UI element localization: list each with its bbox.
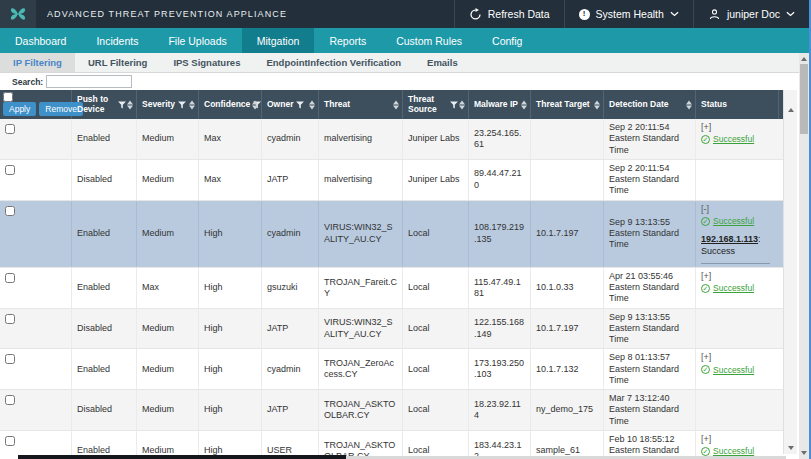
table-body: EnabledMediumMaxcyadminmalvertisingJunip… <box>0 119 783 459</box>
sort-icon[interactable] <box>594 100 600 109</box>
sort-icon[interactable] <box>686 100 692 109</box>
select-all-checkbox[interactable] <box>3 92 13 102</box>
sort-icon[interactable] <box>127 100 133 109</box>
cell-source: Local <box>403 268 469 308</box>
nav-item-incidents[interactable]: Incidents <box>81 28 153 53</box>
column-header-push-to-device[interactable]: Push to Device <box>72 90 137 119</box>
expand-toggle[interactable]: [-] <box>701 204 774 215</box>
column-header-confidence[interactable]: Confidence <box>199 90 262 119</box>
column-header-malware-ip[interactable]: Malware IP <box>469 90 531 119</box>
expand-toggle[interactable]: [+] <box>701 122 774 133</box>
sort-icon[interactable] <box>459 100 465 109</box>
tab-ips-signatures[interactable]: IPS Signatures <box>160 53 253 72</box>
row-checkbox[interactable] <box>5 436 15 446</box>
column-header-threat-source[interactable]: Threat Source <box>403 90 469 119</box>
cell-threat: VIRUS:WIN32_SALITY_AU.CY <box>319 201 403 267</box>
cell-push: Enabled <box>72 268 137 308</box>
status-link[interactable]: Successful <box>713 283 754 294</box>
nav-item-dashboard[interactable]: Dashboard <box>0 28 81 53</box>
tab-url-filtering[interactable]: URL Filtering <box>75 53 160 72</box>
scroll-down-icon[interactable] <box>801 451 807 455</box>
table-row[interactable]: EnabledMediumMaxcyadminmalvertisingJunip… <box>0 119 783 160</box>
column-header-detection-date[interactable]: Detection Date <box>604 90 696 119</box>
nav-item-file-uploads[interactable]: File Uploads <box>153 28 241 53</box>
cell-source: Juniper Labs <box>403 119 469 159</box>
nav-item-config[interactable]: Config <box>477 28 537 53</box>
sort-icon[interactable] <box>189 100 195 109</box>
filter-icon[interactable] <box>118 101 126 109</box>
expand-toggle[interactable]: [+] <box>701 352 774 363</box>
scroll-up-icon[interactable] <box>788 108 794 112</box>
row-checkbox[interactable] <box>5 395 15 405</box>
cell-severity: Medium <box>137 160 199 200</box>
scrollbar-thumb[interactable] <box>800 64 808 134</box>
row-select-cell <box>0 160 72 200</box>
filter-icon[interactable] <box>296 101 304 109</box>
cell-threat: VIRUS:WIN32_SALITY_AU.CY <box>319 309 403 349</box>
status-link[interactable]: Successful <box>713 216 754 227</box>
tab-emails[interactable]: Emails <box>414 53 471 72</box>
sort-icon[interactable] <box>521 100 527 109</box>
expand-toggle[interactable]: [+] <box>701 271 774 282</box>
cell-target <box>531 119 604 159</box>
table-row[interactable]: EnabledMaxHighgsuzukiTROJAN_Fareit.CYLoc… <box>0 268 783 309</box>
apply-button[interactable]: Apply <box>3 102 36 116</box>
table-row[interactable]: EnabledMediumHighcyadminTROJAN_ZeroAcces… <box>0 349 783 390</box>
nav-item-reports[interactable]: Reports <box>314 28 381 53</box>
cell-severity: Max <box>137 268 199 308</box>
cell-owner: JATP <box>262 160 319 200</box>
sort-icon[interactable] <box>252 100 258 109</box>
cell-status: [+]✓Successful <box>696 431 779 459</box>
nav-item-mitgation[interactable]: Mitgation <box>242 28 315 53</box>
cell-severity: Medium <box>137 201 199 267</box>
cell-date: Mar 7 13:12:40 Eastern Standard Time <box>604 390 696 430</box>
row-checkbox[interactable] <box>5 124 15 134</box>
cell-severity: Medium <box>137 309 199 349</box>
sort-icon[interactable] <box>309 100 315 109</box>
cell-malware-ip: 122.155.168.149 <box>469 309 531 349</box>
cell-owner: JATP <box>262 309 319 349</box>
tab-ip-filtering[interactable]: IP Filtering <box>0 53 75 72</box>
scroll-down-icon[interactable] <box>788 446 794 450</box>
filter-icon[interactable] <box>178 101 186 109</box>
cell-severity: Medium <box>137 349 199 389</box>
column-header-threat-target[interactable]: Threat Target <box>531 90 604 119</box>
table-row[interactable]: DisabledMediumHighJATPTROJAN_ASKTOOLBAR.… <box>0 390 783 431</box>
scroll-up-icon[interactable] <box>801 57 807 61</box>
nav-item-custom-rules[interactable]: Custom Rules <box>381 28 477 53</box>
row-select-cell <box>0 268 72 308</box>
status-link[interactable]: Successful <box>713 134 754 145</box>
cell-malware-ip: 18.23.92.114 <box>469 390 531 430</box>
row-checkbox[interactable] <box>5 165 15 175</box>
table-row[interactable]: EnabledMediumHighcyadminVIRUS:WIN32_SALI… <box>0 201 783 268</box>
cell-push: Enabled <box>72 349 137 389</box>
table-scrollbar[interactable] <box>783 90 797 454</box>
sort-icon[interactable] <box>393 100 399 109</box>
system-health-menu[interactable]: ! System Health <box>564 0 693 28</box>
cell-malware-ip: 89.44.47.210 <box>469 160 531 200</box>
user-menu[interactable]: juniper Doc <box>693 0 809 28</box>
table-header-row: Apply Remove Push to DeviceSeverityConfi… <box>0 90 783 119</box>
table-row[interactable]: DisabledMediumHighJATPVIRUS:WIN32_SALITY… <box>0 309 783 350</box>
row-checkbox[interactable] <box>5 314 15 324</box>
tab-endpointinfection-verification[interactable]: EndpointInfection Verification <box>253 53 414 72</box>
cell-target: 10.1.7.197 <box>531 201 604 267</box>
page-scrollbar[interactable] <box>799 53 809 459</box>
table-row[interactable]: DisabledMediumMaxJATPmalvertisingJuniper… <box>0 160 783 201</box>
search-input[interactable] <box>46 75 132 88</box>
row-checkbox[interactable] <box>5 354 15 364</box>
device-ip-link[interactable]: 192.168.1.113 <box>701 234 758 244</box>
status-link[interactable]: Successful <box>713 365 754 376</box>
cell-push: Disabled <box>72 309 137 349</box>
cell-malware-ip: 173.193.250.103 <box>469 349 531 389</box>
column-header-severity[interactable]: Severity <box>137 90 199 119</box>
filter-icon[interactable] <box>450 101 458 109</box>
expand-toggle[interactable]: [+] <box>701 434 774 445</box>
cell-severity: Medium <box>137 119 199 159</box>
row-checkbox[interactable] <box>5 273 15 283</box>
row-checkbox[interactable] <box>5 206 15 216</box>
refresh-data-button[interactable]: Refresh Data <box>454 0 564 28</box>
column-header-threat[interactable]: Threat <box>319 90 403 119</box>
column-header-owner[interactable]: Owner <box>262 90 319 119</box>
cell-status: [+]✓Successful <box>696 119 779 159</box>
